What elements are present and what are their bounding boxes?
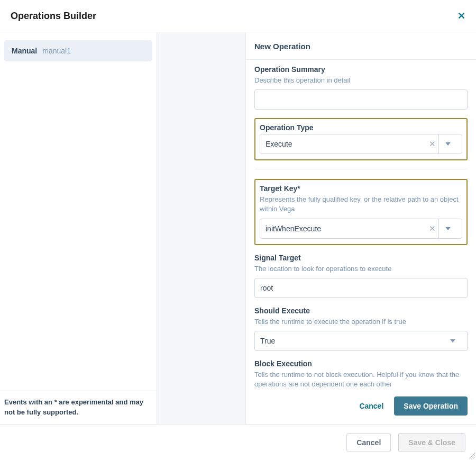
operation-summary-help: Describe this operation in detail (254, 76, 468, 85)
field-operation-type: Operation Type Execute ✕ (254, 118, 468, 160)
divider (254, 169, 468, 169)
left-body: Manual manual1 (0, 32, 157, 391)
panel-footer: Cancel Save Operation (246, 389, 476, 424)
operation-summary-label: Operation Summary (254, 65, 468, 74)
should-execute-value: True (260, 337, 444, 345)
clear-icon[interactable]: ✕ (426, 224, 438, 233)
resize-grip-icon[interactable] (469, 453, 475, 459)
main-area: Manual manual1 Events with an * are expe… (0, 32, 476, 425)
panel-title: New Operation (246, 32, 476, 60)
operation-type-value: Execute (266, 140, 426, 148)
field-signal-target: Signal Target The location to look for o… (254, 254, 468, 298)
chevron-down-icon[interactable] (438, 219, 456, 238)
field-block-execution: Block Execution Tells the runtime to not… (254, 359, 468, 389)
operation-type-select[interactable]: Execute ✕ (260, 134, 462, 154)
signal-target-help: The location to look for operations to e… (254, 264, 468, 274)
chevron-down-icon[interactable] (438, 134, 456, 154)
clear-icon[interactable]: ✕ (426, 139, 438, 149)
block-execution-label: Block Execution (254, 359, 468, 368)
save-and-close-button: Save & Close (398, 433, 465, 452)
should-execute-label: Should Execute (254, 306, 468, 315)
field-target-key: Target Key* Represents the fully qualifi… (254, 179, 468, 245)
signal-target-value: root (260, 284, 273, 292)
event-type-label: Manual (12, 47, 37, 55)
event-name: manual1 (42, 47, 71, 55)
experimental-note: Events with an * are experimental and ma… (0, 391, 157, 424)
cancel-button[interactable]: Cancel (359, 402, 383, 410)
field-should-execute: Should Execute Tells the runtime to exec… (254, 306, 468, 351)
signal-target-label: Signal Target (254, 254, 468, 262)
event-item-manual[interactable]: Manual manual1 (4, 40, 152, 61)
target-key-label: Target Key* (260, 184, 462, 193)
bottom-bar: Cancel Save & Close (0, 425, 476, 452)
chevron-down-icon[interactable] (444, 331, 462, 350)
target-key-select[interactable]: initWhenExecute ✕ (260, 219, 462, 239)
field-operation-summary: Operation Summary Describe this operatio… (254, 65, 468, 110)
left-column: Manual manual1 Events with an * are expe… (0, 32, 157, 424)
panel-body: Operation Summary Describe this operatio… (246, 60, 476, 389)
close-icon[interactable]: ✕ (457, 11, 465, 21)
target-key-help: Represents the fully qualified key, or t… (260, 195, 462, 214)
should-execute-help: Tells the runtime to execute the operati… (254, 317, 468, 327)
signal-target-input[interactable]: root (254, 278, 468, 298)
block-execution-help: Tells the runtime to not block execution… (254, 370, 468, 389)
target-key-value: initWhenExecute (266, 224, 426, 233)
dialog-cancel-button[interactable]: Cancel (346, 433, 391, 452)
page-title: Operations Builder (11, 11, 96, 22)
should-execute-select[interactable]: True (254, 331, 468, 351)
operation-type-label: Operation Type (260, 123, 462, 132)
middle-column (157, 32, 246, 424)
save-operation-button[interactable]: Save Operation (394, 396, 468, 416)
top-bar: Operations Builder ✕ (0, 0, 476, 32)
operation-panel: New Operation Operation Summary Describe… (246, 32, 476, 424)
operation-summary-input[interactable] (254, 89, 468, 110)
